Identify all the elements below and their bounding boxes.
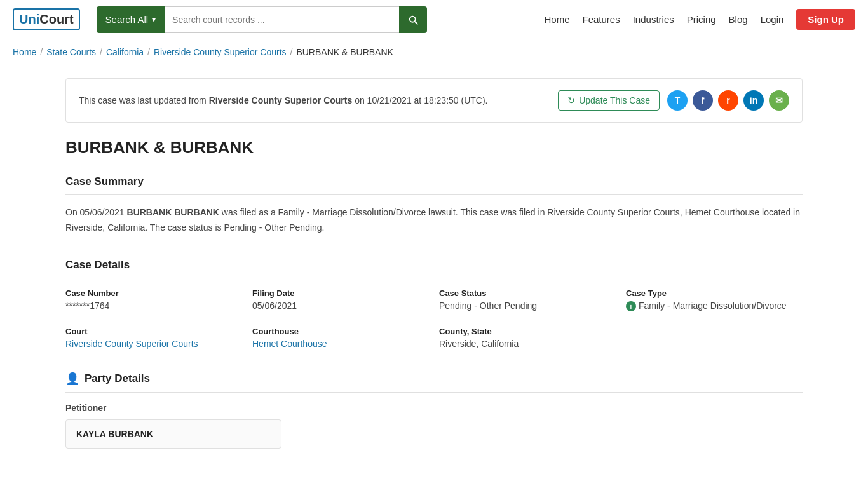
breadcrumb-state-courts[interactable]: State Courts <box>46 47 96 57</box>
court-value: Riverside County Superior Courts <box>65 339 242 349</box>
petitioner-label: Petitioner <box>65 403 803 413</box>
case-number-label: Case Number <box>65 288 242 298</box>
courthouse-label: Courthouse <box>252 327 429 336</box>
case-type-text: Family - Marriage Dissolution/Divorce <box>639 301 787 311</box>
party-details-label: Party Details <box>85 372 150 385</box>
main-content: This case was last updated from Riversid… <box>53 65 815 477</box>
nav-pricing[interactable]: Pricing <box>687 14 716 25</box>
breadcrumb-current: BURBANK & BURBANK <box>296 47 393 57</box>
nav-blog[interactable]: Blog <box>729 14 748 25</box>
courthouse-link[interactable]: Hemet Courthouse <box>252 339 327 349</box>
county-state-value: Riverside, California <box>439 339 616 349</box>
filing-date-item: Filing Date 05/06/2021 <box>252 288 429 312</box>
case-number-value: *******1764 <box>65 301 242 311</box>
filing-date-label: Filing Date <box>252 288 429 298</box>
details-grid: Case Number *******1764 Filing Date 05/0… <box>65 288 803 349</box>
case-details-header: Case Details <box>65 259 803 278</box>
nav-home[interactable]: Home <box>544 14 569 25</box>
search-input[interactable] <box>165 6 398 33</box>
search-bar: Search All ▾ <box>97 6 427 33</box>
breadcrumb-home[interactable]: Home <box>13 47 36 57</box>
case-status-value: Pending - Other Pending <box>439 301 616 311</box>
summary-party-name: BURBANK BURBANK <box>127 207 219 217</box>
update-button-label: Update This Case <box>579 95 650 105</box>
case-status-item: Case Status Pending - Other Pending <box>439 288 616 312</box>
facebook-icon: f <box>702 95 705 105</box>
case-summary-header: Case Summary <box>65 175 803 195</box>
county-state-label: County, State <box>439 327 616 336</box>
linkedin-icon: in <box>750 95 757 105</box>
filing-date-value: 05/06/2021 <box>252 301 429 311</box>
breadcrumb-sep-4: / <box>290 47 293 57</box>
reddit-icon: r <box>726 95 729 105</box>
case-type-label: Case Type <box>626 288 803 298</box>
petitioner-card: KAYLA BURBANK <box>65 419 281 449</box>
update-notice-right: ↻ Update This Case T f r in ✉ <box>558 90 789 111</box>
case-title: BURBANK & BURBANK <box>65 138 803 158</box>
chevron-down-icon: ▾ <box>152 15 156 24</box>
breadcrumb-sep-1: / <box>40 47 43 57</box>
twitter-icon: T <box>675 95 681 105</box>
case-summary-section: Case Summary On 05/06/2021 BURBANK BURBA… <box>65 175 803 236</box>
search-icon <box>407 14 419 25</box>
search-all-label: Search All <box>105 14 149 25</box>
nav-login[interactable]: Login <box>761 14 784 25</box>
party-details-header: 👤 Party Details <box>65 372 803 393</box>
logo[interactable]: Uni Court <box>13 8 80 30</box>
case-status-label: Case Status <box>439 288 616 298</box>
case-type-item: Case Type iFamily - Marriage Dissolution… <box>626 288 803 312</box>
case-details-section: Case Details Case Number *******1764 Fil… <box>65 259 803 349</box>
refresh-icon: ↻ <box>567 95 575 105</box>
logo-court: Court <box>39 12 73 27</box>
email-share-button[interactable]: ✉ <box>769 90 789 111</box>
nav-industries[interactable]: Industries <box>633 14 674 25</box>
person-icon: 👤 <box>65 372 79 386</box>
breadcrumb: Home / State Courts / California / River… <box>0 39 868 65</box>
courthouse-value: Hemet Courthouse <box>252 339 429 349</box>
search-submit-button[interactable] <box>399 6 427 33</box>
email-icon: ✉ <box>775 95 783 105</box>
party-details-section: 👤 Party Details Petitioner KAYLA BURBANK <box>65 372 803 449</box>
breadcrumb-sep-3: / <box>147 47 150 57</box>
update-case-button[interactable]: ↻ Update This Case <box>558 90 660 111</box>
case-type-value: iFamily - Marriage Dissolution/Divorce <box>626 301 803 312</box>
breadcrumb-riverside[interactable]: Riverside County Superior Courts <box>154 47 287 57</box>
social-icons: T f r in ✉ <box>667 90 789 111</box>
case-summary-text: On 05/06/2021 BURBANK BURBANK was filed … <box>65 205 803 236</box>
case-number-item: Case Number *******1764 <box>65 288 242 312</box>
reddit-share-button[interactable]: r <box>718 90 738 111</box>
header: Uni Court Search All ▾ Home Features Ind… <box>0 0 868 39</box>
info-icon: i <box>626 301 636 311</box>
signup-button[interactable]: Sign Up <box>796 9 855 30</box>
court-link[interactable]: Riverside County Superior Courts <box>65 339 198 349</box>
breadcrumb-sep-2: / <box>100 47 102 57</box>
update-notice: This case was last updated from Riversid… <box>65 78 803 123</box>
linkedin-share-button[interactable]: in <box>743 90 764 111</box>
update-text-before: This case was last updated from <box>79 95 209 105</box>
nav-features[interactable]: Features <box>582 14 620 25</box>
search-all-button[interactable]: Search All ▾ <box>97 6 165 33</box>
court-label: Court <box>65 327 242 336</box>
logo-uni: Uni <box>19 12 39 27</box>
update-court-name: Riverside County Superior Courts <box>209 95 353 105</box>
court-item: Court Riverside County Superior Courts <box>65 327 242 349</box>
twitter-share-button[interactable]: T <box>667 90 688 111</box>
update-text-after: on 10/21/2021 at 18:23:50 (UTC). <box>352 95 487 105</box>
facebook-share-button[interactable]: f <box>693 90 713 111</box>
nav-links: Home Features Industries Pricing Blog Lo… <box>544 9 855 30</box>
breadcrumb-california[interactable]: California <box>106 47 144 57</box>
petitioner-name: KAYLA BURBANK <box>76 429 271 439</box>
update-notice-text: This case was last updated from Riversid… <box>79 95 488 105</box>
summary-text-before: On 05/06/2021 <box>65 207 127 217</box>
courthouse-item: Courthouse Hemet Courthouse <box>252 327 429 349</box>
county-state-item: County, State Riverside, California <box>439 327 616 349</box>
